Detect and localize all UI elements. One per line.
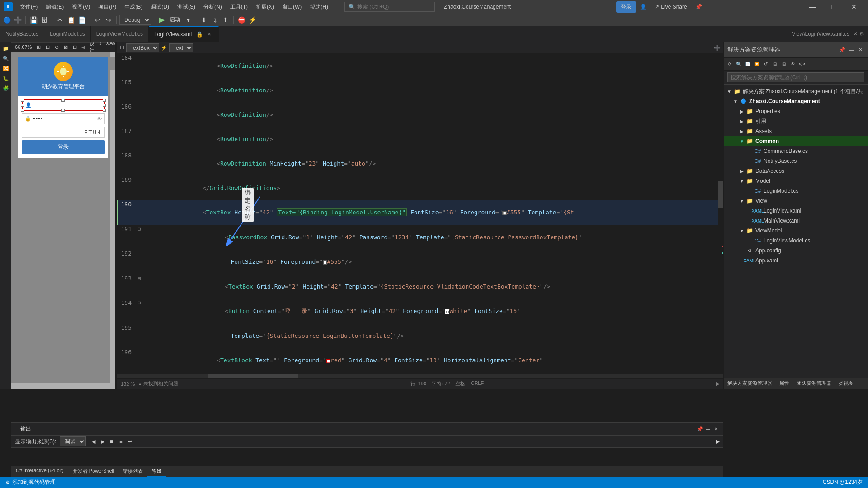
tree-solution-root[interactable]: ▼ 📁 解决方案'Zhaoxi.CourseManagement'(1 个项目/… <box>724 86 868 96</box>
tree-references[interactable]: ▶ 📁 引用 <box>724 116 868 126</box>
settings-icon[interactable]: ⚙ <box>859 31 864 37</box>
tree-mainview[interactable]: XAML MainView.xaml <box>724 216 868 226</box>
toolbar-more[interactable]: ▾ <box>183 15 193 25</box>
tree-viewmodel[interactable]: ▼ 📁 ViewModel <box>724 226 868 236</box>
tab-loginviewmodel[interactable]: LoginViewModel.cs <box>91 26 149 42</box>
tree-dataaccess[interactable]: ▶ 📁 DataAccess <box>724 166 868 176</box>
canvas-hscroll[interactable] <box>11 383 110 389</box>
powershell-tab[interactable]: 开发者 PowerShell <box>68 466 119 477</box>
tree-commandbase[interactable]: C# CommandBase.cs <box>724 146 868 156</box>
se-open-button[interactable]: ⊞ <box>780 60 788 68</box>
menu-debug[interactable]: 调试(D) <box>147 1 173 13</box>
se-filter-button[interactable]: 🔽 <box>753 60 761 68</box>
se-refresh-button[interactable]: ↺ <box>762 60 770 68</box>
tree-appconfig[interactable]: ⚙ App.config <box>724 246 868 256</box>
menu-test[interactable]: 测试(S) <box>174 1 199 13</box>
output-close-button[interactable]: ✕ <box>712 426 720 433</box>
search-box[interactable]: 🔍 <box>344 2 435 12</box>
extensions-icon[interactable]: 🧩 <box>1 84 10 93</box>
code-vscrollbar-thumb[interactable] <box>718 181 723 208</box>
collapse-193[interactable]: ⊟ <box>135 275 143 299</box>
tree-common[interactable]: ▼ 📁 Common <box>724 136 868 146</box>
fit-button[interactable]: ⊞ <box>34 43 42 51</box>
se-search-button[interactable]: 🔍 <box>735 60 743 68</box>
menu-help[interactable]: 帮助(H) <box>306 1 332 13</box>
tree-project-root[interactable]: ▼ 🔷 Zhaoxi.CourseManagement <box>724 96 868 106</box>
explorer-icon[interactable]: 📁 <box>1 44 10 53</box>
step-out-button[interactable]: ⬆ <box>221 15 231 25</box>
menu-build[interactable]: 生成(B) <box>121 1 146 13</box>
search-activity-icon[interactable]: 🔍 <box>1 54 10 63</box>
debug-config-dropdown[interactable]: Debug <box>119 15 151 25</box>
password-toggle-icon[interactable]: 👁 <box>97 116 102 122</box>
copy-button[interactable]: 📋 <box>66 15 76 25</box>
menu-view[interactable]: 视图(V) <box>68 1 94 13</box>
tree-loginviewmodel[interactable]: C# LoginViewModel.cs <box>724 236 868 246</box>
csdn-status[interactable]: CSDN @1234夕 <box>821 479 864 486</box>
zoom-percent[interactable]: 132 % <box>121 381 135 387</box>
output-stop-button[interactable]: ⏹ <box>108 437 116 445</box>
start-label[interactable]: 启动 <box>168 16 182 24</box>
exception-button[interactable]: ⚡ <box>247 15 257 25</box>
breakpoint-button[interactable]: ⛔ <box>236 15 246 25</box>
csharp-interactive-tab[interactable]: C# Interactive (64-bit) <box>11 466 68 477</box>
step-into-button[interactable]: ⬇ <box>199 15 209 25</box>
zoom-type-button[interactable]: ⊟ <box>43 43 52 51</box>
collapse-194[interactable]: ⊟ <box>135 299 143 324</box>
panel-minimize-button[interactable]: — <box>847 46 855 54</box>
element-type-selector[interactable]: TextBox <box>126 43 159 52</box>
live-share-button[interactable]: ↗ Live Share <box>650 2 691 12</box>
menu-file[interactable]: 文件(F) <box>16 1 41 13</box>
output-next-button[interactable]: ▶ <box>99 437 107 445</box>
se-collapse-button[interactable]: ⊟ <box>771 60 779 68</box>
cut-button[interactable]: ✂ <box>55 15 65 25</box>
output-scroll-right[interactable]: ▶ <box>716 438 720 445</box>
error-list-tab[interactable]: 错误列表 <box>118 466 147 477</box>
rp-tab-solution[interactable]: 解决方案资源管理器 <box>724 378 776 389</box>
output-tab[interactable]: 输出 <box>15 423 37 435</box>
no-issues-text[interactable]: 未找到相关问题 <box>143 380 178 387</box>
tree-properties[interactable]: ▶ 📁 Properties <box>724 106 868 116</box>
tab-notifybase[interactable]: NotifyBase.cs <box>0 26 44 42</box>
login-button-preview[interactable]: 登录 <box>22 140 105 154</box>
output-format-button[interactable]: ≡ <box>117 437 125 445</box>
menu-window[interactable]: 窗口(W) <box>278 1 305 13</box>
rp-tab-properties[interactable]: 属性 <box>776 378 793 389</box>
zoom-level[interactable]: 66.67% <box>15 44 32 50</box>
output-minimize-button[interactable]: — <box>704 426 712 433</box>
close-right-tab[interactable]: ✕ <box>853 31 858 37</box>
debug-activity-icon[interactable]: 🐛 <box>1 74 10 83</box>
login-button[interactable]: 登录 <box>616 1 636 13</box>
tree-notifybase[interactable]: C# NotifyBase.cs <box>724 156 868 166</box>
snap-button[interactable]: ⊠ <box>61 43 70 51</box>
layout-button[interactable]: ⊡ <box>71 43 79 51</box>
source-dropdown[interactable]: 调试 <box>60 436 86 446</box>
expand-right[interactable]: ▶ <box>716 381 720 387</box>
se-sync-button[interactable]: ⟳ <box>726 60 734 68</box>
tab-loginview-close[interactable]: ✕ <box>206 31 213 38</box>
hscroll-thumb[interactable] <box>208 374 298 378</box>
tab-loginview[interactable]: LoginView.xaml 🔒 ✕ <box>149 26 219 42</box>
zoom-in-button[interactable]: ⊕ <box>52 43 61 51</box>
redo-button[interactable]: ↪ <box>104 15 113 25</box>
code-vscrollbar[interactable] <box>718 54 723 373</box>
tree-assets[interactable]: ▶ 📁 Assets <box>724 126 868 136</box>
tree-model[interactable]: ▼ 📁 Model <box>724 176 868 186</box>
step-over-button[interactable]: ⤵ <box>210 15 220 25</box>
output-tab-bottom[interactable]: 输出 <box>147 466 166 477</box>
tree-loginmodel[interactable]: C# LoginModel.cs <box>724 186 868 196</box>
git-icon[interactable]: 🔀 <box>1 64 10 73</box>
search-input[interactable] <box>357 4 425 10</box>
undo-button[interactable]: ↩ <box>93 15 103 25</box>
rp-tab-team[interactable]: 团队资源管理器 <box>793 378 835 389</box>
collapse-191[interactable]: ⊟ <box>135 225 143 250</box>
output-pin-button[interactable]: 📌 <box>696 426 703 433</box>
tree-view[interactable]: ▼ 📁 View <box>724 196 868 206</box>
se-preview-button[interactable]: 👁 <box>789 60 797 68</box>
minimize-button[interactable]: — <box>802 0 823 14</box>
tab-loginmodel[interactable]: LoginModel.cs <box>44 26 90 42</box>
paste-button[interactable]: 📄 <box>77 15 87 25</box>
menu-tools[interactable]: 工具(T) <box>226 1 251 13</box>
canvas-scrollbar[interactable] <box>110 52 115 389</box>
save-button[interactable]: 💾 <box>28 15 38 25</box>
